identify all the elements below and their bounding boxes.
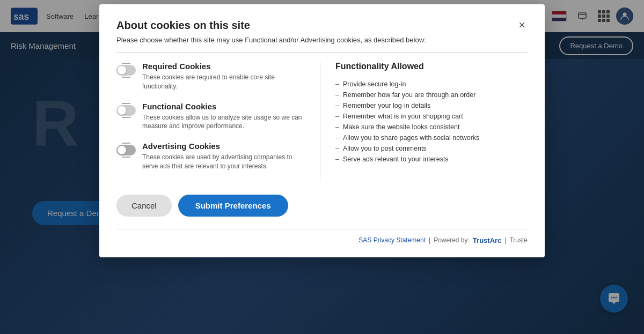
required-toggle-knob <box>118 66 126 75</box>
functional-cookies-name: Functional Cookies <box>142 102 307 111</box>
advertising-cookies-info: Advertising Cookies These cookies are us… <box>142 142 307 171</box>
func-item-7: Allow you to post comments <box>335 143 528 154</box>
advertising-cookies-name: Advertising Cookies <box>142 142 307 151</box>
required-cookies-name: Required Cookies <box>142 62 307 71</box>
modal-title: About cookies on this site <box>116 19 250 32</box>
truste-link[interactable]: Truste <box>509 236 528 244</box>
modal-bottom-footer: SAS Privacy Statement | Powered by: Trus… <box>116 229 528 244</box>
powered-by-text: Powered by: <box>434 236 470 244</box>
functional-toggle-container <box>116 102 136 118</box>
required-toggle-container <box>116 62 136 78</box>
modal-body: Required Cookies These cookies are requi… <box>116 62 528 182</box>
func-item-6: Allow you to share pages with social net… <box>335 132 528 143</box>
functional-cookies-desc: These cookies allow us to analyze site u… <box>142 113 307 131</box>
trustarc-link[interactable]: TrustArc <box>473 236 501 244</box>
functional-cookies-info: Functional Cookies These cookies allow u… <box>142 102 307 131</box>
modal-subtitle: Please choose whether this site may use … <box>116 36 528 44</box>
advertising-toggle-dash-bottom <box>122 157 130 158</box>
privacy-statement-link[interactable]: SAS Privacy Statement <box>358 236 426 244</box>
cookie-modal: About cookies on this site × Please choo… <box>99 4 545 257</box>
required-cookies-desc: These cookies are required to enable cor… <box>142 73 307 91</box>
functional-toggle-dash-bottom <box>122 117 130 118</box>
func-item-2: Remember how far you are through an orde… <box>335 90 528 100</box>
functionality-list: Provide secure log-in Remember how far y… <box>335 79 528 165</box>
func-item-5: Make sure the website looks consistent <box>335 122 528 132</box>
advertising-toggle-container <box>116 142 136 158</box>
functional-toggle-dash-top <box>122 103 130 104</box>
cookie-options-panel: Required Cookies These cookies are requi… <box>116 62 320 182</box>
functionality-title: Functionality Allowed <box>335 62 528 71</box>
required-cookies-info: Required Cookies These cookies are requi… <box>142 62 307 91</box>
advertising-toggle-dash-top <box>122 143 130 144</box>
footer-separator-1: | <box>429 236 430 244</box>
advertising-toggle-knob <box>118 146 126 154</box>
required-toggle-dash-bottom <box>122 77 130 78</box>
required-toggle-dash-top <box>122 63 130 64</box>
required-cookies-toggle[interactable] <box>116 65 136 76</box>
functional-cookies-toggle[interactable] <box>116 105 136 116</box>
footer-separator-2: | <box>504 236 506 244</box>
modal-footer-buttons: Cancel Submit Preferences <box>116 195 528 217</box>
cancel-button[interactable]: Cancel <box>116 195 172 217</box>
func-item-8: Serve ads relevant to your interests <box>335 154 528 165</box>
functional-cookies-item: Functional Cookies These cookies allow u… <box>116 102 307 131</box>
functionality-panel: Functionality Allowed Provide secure log… <box>320 62 528 182</box>
modal-header: About cookies on this site × <box>116 19 528 32</box>
functional-toggle-knob <box>118 106 126 115</box>
func-item-3: Remember your log-in details <box>335 100 528 111</box>
func-item-4: Remember what is in your shopping cart <box>335 111 528 122</box>
required-cookies-item: Required Cookies These cookies are requi… <box>116 62 307 91</box>
modal-close-button[interactable]: × <box>516 19 528 31</box>
advertising-cookies-toggle[interactable] <box>116 145 136 155</box>
advertising-cookies-item: Advertising Cookies These cookies are us… <box>116 142 307 171</box>
modal-divider <box>116 53 528 53</box>
submit-preferences-button[interactable]: Submit Preferences <box>178 195 288 217</box>
func-item-1: Provide secure log-in <box>335 79 528 90</box>
advertising-cookies-desc: These cookies are used by advertising co… <box>142 153 307 171</box>
